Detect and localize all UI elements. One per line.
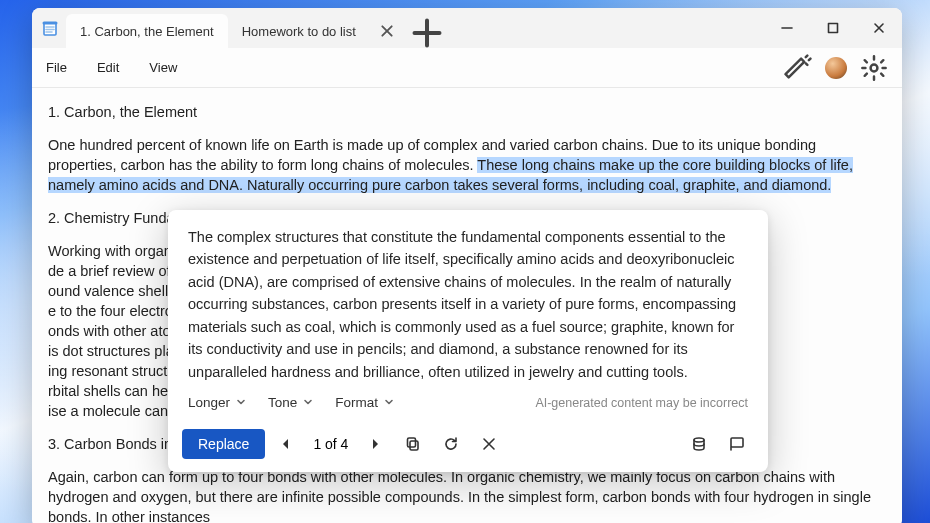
history-button[interactable] — [682, 428, 716, 460]
svg-rect-5 — [829, 24, 838, 33]
svg-rect-7 — [410, 441, 418, 450]
menu-file[interactable]: File — [46, 60, 67, 75]
tab-label: Homework to do list — [242, 24, 356, 39]
minimize-button[interactable] — [764, 8, 810, 48]
svg-rect-8 — [408, 438, 416, 447]
option-tone[interactable]: Tone — [268, 395, 313, 410]
tab-homework[interactable]: Homework to do list — [228, 14, 408, 48]
new-tab-button[interactable] — [412, 18, 442, 48]
close-button[interactable] — [856, 8, 902, 48]
paragraph-3: Again, carbon can form up to four bonds … — [48, 467, 886, 523]
replace-button[interactable]: Replace — [182, 429, 265, 459]
chevron-down-icon — [236, 395, 246, 410]
svg-point-6 — [871, 64, 878, 71]
tab-strip: 1. Carbon, the Element Homework to do li… — [66, 8, 764, 48]
previous-suggestion-button[interactable] — [269, 428, 303, 460]
copy-button[interactable] — [396, 428, 430, 460]
menubar: File Edit View — [32, 48, 902, 88]
heading-1: 1. Carbon, the Element — [48, 102, 886, 122]
svg-rect-10 — [731, 438, 743, 447]
settings-button[interactable] — [860, 54, 888, 82]
tab-label: 1. Carbon, the Element — [80, 24, 214, 39]
pager-count: 1 of 4 — [307, 436, 354, 452]
svg-point-9 — [694, 438, 704, 442]
ai-rewrite-popup: The complex structures that constitute t… — [168, 210, 768, 472]
notepad-app-icon — [42, 20, 58, 36]
paragraph-1: One hundred percent of known life on Ear… — [48, 135, 886, 195]
dismiss-button[interactable] — [472, 428, 506, 460]
ai-actions-row: Replace 1 of 4 — [168, 420, 768, 472]
close-icon[interactable] — [380, 24, 394, 38]
chevron-down-icon — [384, 395, 394, 410]
ai-options-row: Longer Tone Format AI-generated content … — [168, 391, 768, 420]
maximize-button[interactable] — [810, 8, 856, 48]
option-length[interactable]: Longer — [188, 395, 246, 410]
option-tone-label: Tone — [268, 395, 297, 410]
tab-carbon[interactable]: 1. Carbon, the Element — [66, 14, 228, 48]
feedback-button[interactable] — [720, 428, 754, 460]
ai-suggestion-text: The complex structures that constitute t… — [168, 210, 768, 391]
option-format[interactable]: Format — [335, 395, 394, 410]
option-length-label: Longer — [188, 395, 230, 410]
ai-rewrite-button[interactable] — [784, 54, 812, 82]
option-format-label: Format — [335, 395, 378, 410]
window-controls — [764, 8, 902, 48]
menu-view[interactable]: View — [149, 60, 177, 75]
ai-disclaimer: AI-generated content may be incorrect — [535, 396, 748, 410]
next-suggestion-button[interactable] — [358, 428, 392, 460]
titlebar: 1. Carbon, the Element Homework to do li… — [32, 8, 902, 48]
chevron-down-icon — [303, 395, 313, 410]
avatar-image — [825, 57, 847, 79]
regenerate-button[interactable] — [434, 428, 468, 460]
menu-edit[interactable]: Edit — [97, 60, 119, 75]
account-avatar[interactable] — [822, 54, 850, 82]
